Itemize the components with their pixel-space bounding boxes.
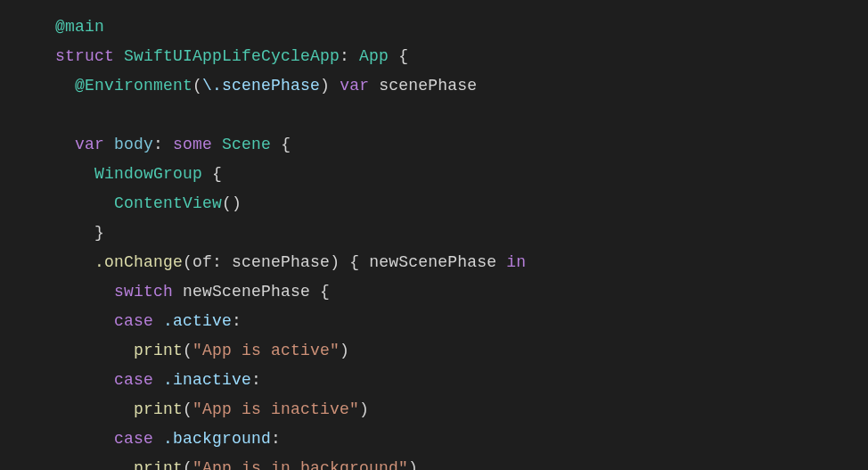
- keyword-some: some: [173, 136, 212, 153]
- string-background: "App is in background": [192, 459, 408, 470]
- keypath-scenephase: \.scenePhase: [202, 77, 320, 95]
- func-print: print: [134, 400, 183, 418]
- colon: :: [212, 253, 232, 271]
- switch-subject: newScenePhase: [183, 283, 310, 301]
- paren: (: [183, 342, 192, 359]
- brace-open: {: [212, 165, 222, 183]
- case-inactive: .inactive: [163, 371, 251, 389]
- colon: :: [153, 136, 173, 153]
- colon: :: [271, 430, 281, 448]
- keyword-var: var: [75, 136, 104, 153]
- keyword-case: case: [114, 430, 153, 448]
- string-active: "App is active": [192, 342, 340, 359]
- paren: ): [320, 77, 330, 95]
- protocol-app: App: [359, 47, 389, 65]
- code-block: @main struct SwiftUIAppLifeCycleApp: App…: [0, 0, 868, 470]
- keyword-struct: struct: [55, 47, 114, 65]
- type-scene: Scene: [222, 136, 271, 153]
- parens: (): [222, 194, 242, 212]
- brace-open: {: [349, 253, 359, 271]
- type-name: SwiftUIAppLifeCycleApp: [124, 47, 340, 65]
- keyword-case: case: [114, 312, 153, 330]
- closure-param: newScenePhase: [369, 253, 496, 271]
- func-onchange: .onChange: [94, 253, 183, 271]
- brace-open: {: [320, 283, 330, 301]
- paren: ): [359, 400, 369, 418]
- brace-open: {: [398, 47, 408, 65]
- type-windowgroup: WindowGroup: [94, 165, 202, 183]
- brace-close: }: [94, 224, 104, 242]
- var-body: body: [114, 136, 153, 153]
- keyword-case: case: [114, 371, 153, 389]
- attribute-environment: @Environment: [75, 77, 192, 95]
- keyword-in: in: [506, 253, 526, 271]
- arg-scenephase: scenePhase: [232, 253, 330, 271]
- colon: :: [251, 371, 261, 389]
- paren: (: [192, 77, 202, 95]
- brace-open: {: [281, 136, 291, 153]
- colon: :: [340, 47, 359, 65]
- paren: (: [183, 253, 192, 271]
- keyword-switch: switch: [114, 283, 173, 301]
- paren: ): [330, 253, 340, 271]
- paren: ): [408, 459, 418, 470]
- var-scenephase: scenePhase: [379, 77, 477, 95]
- paren: ): [340, 342, 349, 359]
- func-print: print: [134, 459, 183, 470]
- type-contentview: ContentView: [114, 194, 222, 212]
- paren: (: [183, 459, 192, 470]
- attribute-main: @main: [55, 18, 104, 36]
- keyword-var: var: [340, 77, 369, 95]
- colon: :: [232, 312, 242, 330]
- case-background: .background: [163, 430, 271, 448]
- func-print: print: [134, 342, 183, 359]
- string-inactive: "App is inactive": [192, 400, 359, 418]
- case-active: .active: [163, 312, 232, 330]
- arg-of-label: of: [192, 253, 212, 271]
- paren: (: [183, 400, 192, 418]
